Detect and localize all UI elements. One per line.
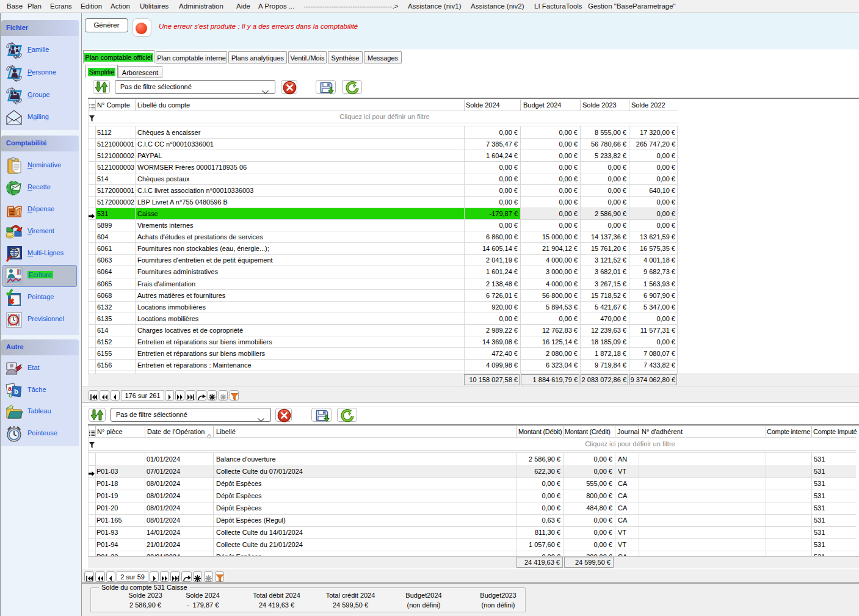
- svg-text:c: c: [9, 391, 12, 399]
- svg-text:b: b: [14, 388, 18, 395]
